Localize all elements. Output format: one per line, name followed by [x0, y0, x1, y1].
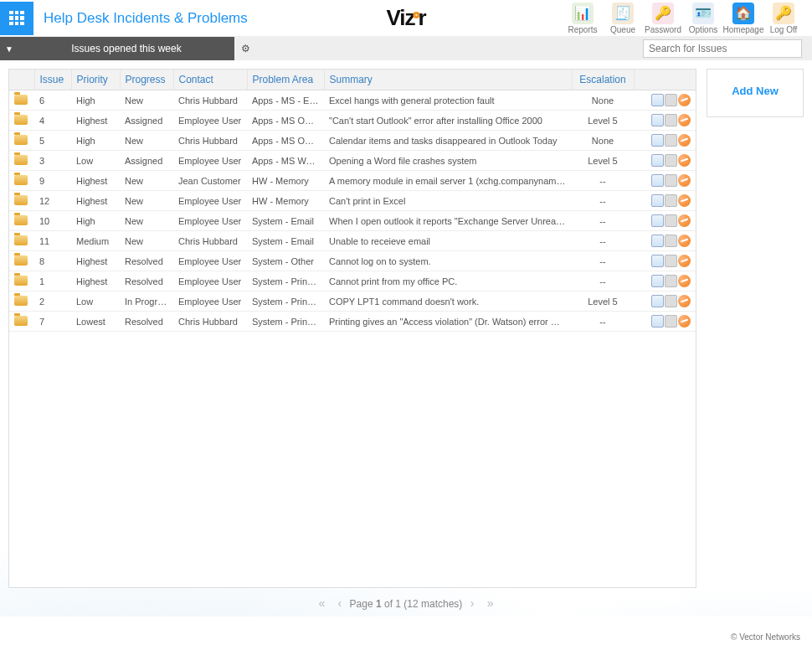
print-icon[interactable] [665, 315, 677, 328]
cell-progress: Resolved [120, 312, 173, 332]
cell-priority: Medium [71, 231, 120, 251]
print-icon[interactable] [665, 94, 677, 106]
col-header[interactable]: Escalation [572, 70, 634, 90]
table-row[interactable]: 9HighestNewJean CustomerHW - MemoryA mem… [9, 171, 696, 191]
copy-icon[interactable] [651, 94, 664, 106]
print-icon[interactable] [665, 174, 677, 187]
col-header[interactable]: Summary [324, 70, 572, 90]
delete-icon[interactable] [678, 214, 691, 227]
table-row[interactable]: 5HighNewChris HubbardApps - MS OutlookCa… [9, 131, 696, 151]
delete-icon[interactable] [678, 154, 691, 167]
cell-summary: Opening a Word file crashes system [324, 151, 572, 171]
cell-area: System - Other [247, 251, 324, 271]
pager-text: Page 1 of 1 (12 matches) [350, 598, 465, 610]
delete-icon[interactable] [678, 94, 691, 106]
filter-settings-button[interactable]: ⚙ [234, 37, 256, 60]
toolbar-queue-button[interactable]: 🧾Queue [603, 1, 643, 36]
copy-icon[interactable] [651, 114, 664, 126]
toolbar-options-button[interactable]: 🪪Options [683, 1, 723, 36]
copy-icon[interactable] [651, 214, 664, 227]
pager-first-button[interactable]: « [313, 596, 330, 610]
folder-icon [14, 215, 28, 225]
print-icon[interactable] [665, 214, 677, 227]
pager-next-button[interactable]: › [465, 596, 480, 610]
table-row[interactable]: 4HighestAssignedEmployee UserApps - MS O… [9, 111, 696, 131]
cell-summary: Calendar items and tasks disappeared in … [324, 131, 572, 151]
cell-summary: COPY LPT1 command doesn't work. [324, 291, 572, 312]
cell-priority: High [71, 90, 120, 111]
print-icon[interactable] [665, 275, 677, 287]
delete-icon[interactable] [678, 174, 691, 187]
col-header[interactable] [634, 70, 696, 90]
copy-icon[interactable] [651, 154, 664, 167]
print-icon[interactable] [665, 235, 677, 247]
cell-area: Apps - MS Word [247, 151, 324, 171]
delete-icon[interactable] [678, 114, 691, 126]
print-icon[interactable] [665, 134, 677, 147]
chevron-down-icon: ▼ [0, 44, 18, 54]
cell-contact: Employee User [173, 291, 247, 312]
search-input[interactable] [643, 39, 802, 58]
pager-prev-button[interactable]: ‹ [333, 596, 347, 610]
folder-icon [14, 95, 28, 105]
print-icon[interactable] [665, 114, 677, 126]
toolbar-logoff-button[interactable]: 🔑Log Off [763, 1, 804, 36]
col-header[interactable]: Contact [173, 70, 247, 90]
toolbar-homepage-button[interactable]: 🏠Homepage [723, 1, 763, 36]
copy-icon[interactable] [651, 194, 664, 207]
copy-icon[interactable] [651, 315, 664, 328]
copy-icon[interactable] [651, 295, 664, 307]
col-header[interactable] [9, 70, 34, 90]
cell-progress: New [120, 90, 173, 111]
print-icon[interactable] [665, 194, 677, 207]
apps-menu-button[interactable] [0, 2, 33, 35]
table-row[interactable]: 7LowestResolvedChris HubbardSystem - Pri… [9, 312, 696, 332]
print-icon[interactable] [665, 154, 677, 167]
copy-icon[interactable] [651, 275, 664, 287]
col-header[interactable]: Issue [34, 70, 71, 90]
delete-icon[interactable] [678, 315, 691, 328]
cell-issue: 9 [34, 171, 71, 191]
print-icon[interactable] [665, 255, 677, 267]
delete-icon[interactable] [678, 275, 691, 287]
filter-dropdown[interactable]: ▼ Issues opened this week [0, 37, 234, 60]
toolbar-label: Options [689, 25, 717, 34]
cell-area: System - Email [247, 211, 324, 231]
copy-icon[interactable] [651, 255, 664, 267]
col-header[interactable]: Priority [71, 70, 120, 90]
print-icon[interactable] [665, 295, 677, 307]
cell-priority: Highest [71, 251, 120, 271]
gear-icon: ⚙ [241, 43, 250, 54]
col-header[interactable]: Problem Area [247, 70, 324, 90]
delete-icon[interactable] [678, 295, 691, 307]
cell-contact: Chris Hubbard [173, 90, 247, 111]
table-row[interactable]: 12HighestNewEmployee UserHW - MemoryCan'… [9, 191, 696, 211]
cell-area: HW - Memory [247, 171, 324, 191]
add-new-button[interactable]: Add New [711, 85, 799, 97]
table-row[interactable]: 1HighestResolvedEmployee UserSystem - Pr… [9, 271, 696, 291]
pager-last-button[interactable]: » [482, 596, 499, 610]
delete-icon[interactable] [678, 194, 691, 207]
table-row[interactable]: 2LowIn ProgressEmployee UserSystem - Pri… [9, 291, 696, 312]
delete-icon[interactable] [678, 134, 691, 147]
delete-icon[interactable] [678, 235, 691, 247]
copy-icon[interactable] [651, 134, 664, 147]
cell-issue: 2 [34, 291, 71, 312]
queue-icon: 🧾 [612, 3, 634, 24]
table-row[interactable]: 8HighestResolvedEmployee UserSystem - Ot… [9, 251, 696, 271]
copy-icon[interactable] [651, 235, 664, 247]
cell-contact: Chris Hubbard [173, 131, 247, 151]
table-row[interactable]: 11MediumNewChris HubbardSystem - EmailUn… [9, 231, 696, 251]
toolbar-password-button[interactable]: 🔑Password [643, 1, 683, 36]
copy-icon[interactable] [651, 174, 664, 187]
cell-escalation: None [572, 131, 634, 151]
table-row[interactable]: 6HighNewChris HubbardApps - MS - ExcelEx… [9, 90, 696, 111]
delete-icon[interactable] [678, 255, 691, 267]
col-header[interactable]: Progress [120, 70, 173, 90]
cell-contact: Employee User [173, 211, 247, 231]
folder-icon [14, 115, 28, 125]
side-panel: Add New [707, 69, 804, 117]
toolbar-reports-button[interactable]: 📊Reports [563, 1, 603, 36]
table-row[interactable]: 3LowAssignedEmployee UserApps - MS WordO… [9, 151, 696, 171]
table-row[interactable]: 10HighNewEmployee UserSystem - EmailWhen… [9, 211, 696, 231]
